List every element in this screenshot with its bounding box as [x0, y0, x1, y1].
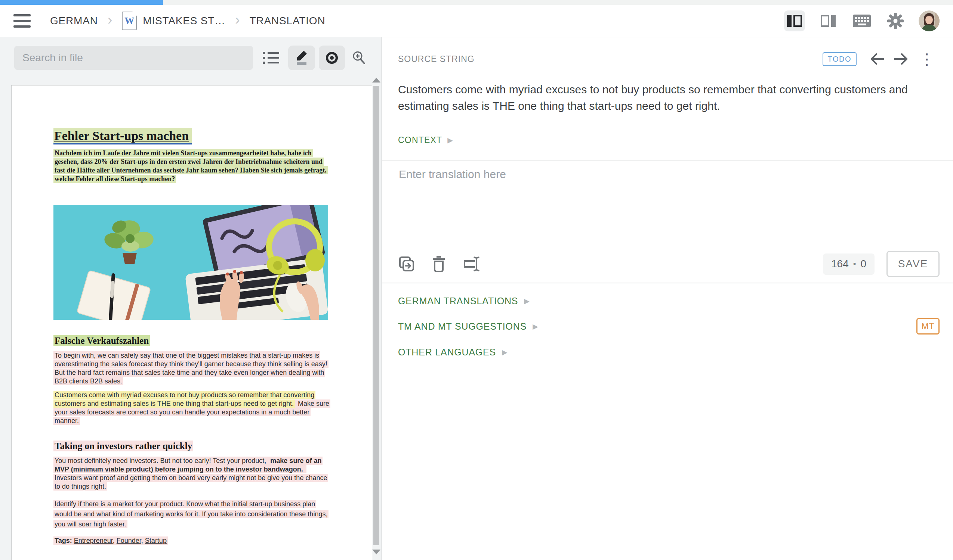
count-separator: • — [853, 259, 856, 269]
tag-link[interactable]: Entrepreneur — [74, 537, 113, 545]
avatar-photo — [919, 11, 939, 31]
translation-actions: 164 • 0 SAVE — [398, 251, 939, 277]
breadcrumb-file[interactable]: MISTAKES ST… — [143, 15, 225, 27]
top-bar: GERMAN › W MISTAKES ST… › TRANSLATION — [0, 5, 953, 37]
preview-highlight-button[interactable] — [319, 46, 345, 70]
document-photo-illustration — [53, 205, 328, 320]
scrollbar-thumb[interactable] — [373, 86, 379, 545]
strings-list-button[interactable] — [259, 46, 283, 70]
arrow-left-icon — [869, 51, 885, 67]
source-string-label: SOURCE STRING — [398, 54, 823, 64]
save-button[interactable]: SAVE — [886, 251, 939, 277]
scrollbar-up-arrow[interactable] — [372, 78, 380, 82]
document-heading-string[interactable]: Taking on investors rather quickly — [53, 441, 330, 451]
previous-string-button[interactable] — [868, 50, 886, 68]
next-string-button[interactable] — [892, 50, 910, 68]
breadcrumb: GERMAN › W MISTAKES ST… › TRANSLATION — [14, 12, 325, 30]
document-preview-panel: Fehler Start-ups machen Nachdem ich im L… — [0, 37, 381, 560]
document-intro-string[interactable]: Nachdem ich im Laufe der Jahre mit viele… — [53, 149, 331, 183]
settings-button[interactable] — [885, 11, 906, 31]
chevron-right-icon: › — [108, 13, 112, 27]
expand-triangle-icon: ▶ — [447, 137, 453, 144]
document-tags-line: Tags: Entrepreneur, Founder, Startup — [53, 537, 330, 545]
status-badge: TODO — [823, 52, 857, 66]
comments-panel-button[interactable] — [818, 11, 839, 31]
main-menu-icon[interactable] — [14, 14, 31, 28]
tag-link[interactable]: Startup — [145, 537, 167, 545]
pencil-icon — [294, 50, 309, 66]
translation-panel: SOURCE STRING TODO ⋮ Customers come with… — [381, 37, 953, 560]
trash-icon — [431, 255, 446, 272]
delete-translation-button[interactable] — [431, 255, 446, 272]
source-string-header: SOURCE STRING TODO ⋮ — [398, 48, 939, 70]
keyboard-icon — [853, 15, 871, 27]
tag-link[interactable]: Founder — [116, 537, 141, 545]
active-string-highlight[interactable]: Customers come with myriad excuses to no… — [53, 391, 315, 408]
divider — [382, 161, 953, 161]
other-languages-toggle[interactable]: OTHER LANGUAGES ▶ — [398, 345, 508, 359]
text-cursor-icon — [462, 256, 481, 272]
side-by-side-view-button[interactable] — [784, 11, 805, 31]
more-options-icon[interactable]: ⋮ — [914, 53, 939, 65]
breadcrumb-project[interactable]: GERMAN — [50, 15, 98, 27]
document-heading-string[interactable]: Falsche Verkaufszahlen — [53, 336, 330, 346]
zoom-in-icon — [352, 50, 366, 65]
tags-label: Tags: — [54, 537, 72, 545]
layout-right-icon — [821, 15, 836, 27]
expand-triangle-icon: ▶ — [502, 349, 508, 356]
eye-icon — [324, 51, 339, 65]
file-progress-track — [0, 0, 953, 5]
document-paragraph[interactable]: You most definitely need investors. But … — [53, 456, 331, 491]
document-paragraph[interactable]: Identify if there is a market for your p… — [53, 499, 331, 529]
breadcrumb-view[interactable]: TRANSLATION — [250, 15, 326, 27]
file-toolbar — [14, 46, 370, 70]
expand-triangle-icon: ▶ — [532, 323, 538, 330]
translation-input[interactable] — [398, 167, 937, 247]
document-page: Fehler Start-ups machen Nachdem ich im L… — [11, 85, 372, 560]
zoom-in-button[interactable] — [348, 46, 370, 70]
copy-source-button[interactable] — [398, 255, 415, 272]
layout-left-icon — [787, 15, 802, 27]
edit-mode-button[interactable] — [288, 46, 315, 70]
chevron-right-icon: › — [235, 13, 240, 27]
keyboard-shortcuts-button[interactable] — [851, 11, 872, 31]
mt-badge: MT — [916, 318, 939, 334]
source-string-text: Customers come with myriad excuses to no… — [398, 81, 919, 114]
scrollbar-down-arrow[interactable] — [372, 549, 380, 554]
character-count: 164 • 0 — [823, 254, 874, 275]
gear-icon — [887, 13, 904, 29]
document-title-string[interactable]: Fehler Start-ups machen — [53, 129, 330, 143]
copy-source-icon — [398, 255, 415, 272]
german-translations-toggle[interactable]: GERMAN TRANSLATIONS ▶ — [398, 294, 529, 308]
translation-editor-app: GERMAN › W MISTAKES ST… › TRANSLATION — [0, 0, 953, 560]
word-document-icon: W — [122, 12, 137, 30]
select-text-button[interactable] — [462, 256, 481, 272]
list-icon — [263, 51, 279, 65]
tm-mt-suggestions-toggle[interactable]: TM AND MT SUGGESTIONS ▶ — [398, 319, 538, 334]
file-progress-bar — [0, 0, 163, 5]
divider — [382, 283, 953, 283]
context-section-toggle[interactable]: CONTEXT ▶ — [398, 135, 453, 145]
arrow-right-icon — [893, 51, 910, 67]
document-paragraph[interactable]: To begin with, we can safely say that on… — [53, 351, 331, 386]
user-avatar[interactable] — [919, 11, 939, 31]
document-paragraph[interactable]: Customers come with myriad excuses to no… — [53, 391, 331, 425]
search-input[interactable] — [14, 46, 253, 70]
context-label: CONTEXT — [398, 135, 442, 145]
header-actions — [784, 11, 939, 31]
expand-triangle-icon: ▶ — [524, 297, 529, 305]
